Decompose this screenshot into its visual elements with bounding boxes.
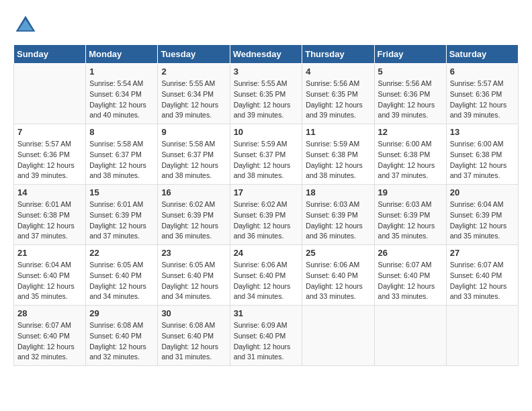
- day-number: 13: [450, 127, 515, 137]
- day-number: 26: [378, 248, 443, 258]
- calendar-week-1: 1 Sunrise: 5:54 AMSunset: 6:34 PMDayligh…: [14, 64, 519, 124]
- day-info: Sunrise: 6:07 AMSunset: 6:40 PMDaylight:…: [17, 321, 75, 361]
- calendar-week-2: 7 Sunrise: 5:57 AMSunset: 6:36 PMDayligh…: [14, 124, 519, 185]
- day-info: Sunrise: 6:04 AMSunset: 6:39 PMDaylight:…: [450, 200, 507, 240]
- calendar-cell: 9 Sunrise: 5:58 AMSunset: 6:37 PMDayligh…: [158, 124, 230, 185]
- day-info: Sunrise: 5:54 AMSunset: 6:34 PMDaylight:…: [89, 79, 146, 119]
- calendar-cell: 8 Sunrise: 5:58 AMSunset: 6:37 PMDayligh…: [86, 124, 158, 185]
- page-header: [13, 13, 519, 38]
- day-info: Sunrise: 6:07 AMSunset: 6:40 PMDaylight:…: [378, 261, 435, 300]
- day-info: Sunrise: 6:00 AMSunset: 6:38 PMDaylight:…: [450, 140, 507, 179]
- day-number: 4: [306, 66, 370, 77]
- day-number: 3: [234, 66, 299, 77]
- weekday-header-wednesday: Wednesday: [230, 45, 302, 64]
- day-number: 1: [89, 66, 154, 77]
- calendar-cell: 28 Sunrise: 6:07 AMSunset: 6:40 PMDaylig…: [14, 306, 86, 366]
- calendar-cell: 23 Sunrise: 6:05 AMSunset: 6:40 PMDaylig…: [158, 245, 230, 306]
- day-info: Sunrise: 5:57 AMSunset: 6:36 PMDaylight:…: [450, 79, 507, 119]
- day-info: Sunrise: 5:58 AMSunset: 6:37 PMDaylight:…: [161, 140, 218, 179]
- weekday-header-row: SundayMondayTuesdayWednesdayThursdayFrid…: [14, 45, 519, 64]
- day-number: 30: [161, 308, 226, 318]
- calendar-cell: 12 Sunrise: 6:00 AMSunset: 6:38 PMDaylig…: [374, 124, 446, 185]
- day-number: 22: [89, 248, 154, 258]
- weekday-header-friday: Friday: [374, 45, 446, 64]
- day-number: 23: [161, 248, 226, 258]
- day-number: 14: [17, 187, 82, 197]
- calendar-cell: 6 Sunrise: 5:57 AMSunset: 6:36 PMDayligh…: [446, 64, 518, 124]
- calendar-cell: 14 Sunrise: 6:01 AMSunset: 6:38 PMDaylig…: [14, 185, 86, 245]
- day-number: 10: [234, 127, 299, 137]
- calendar-body: 1 Sunrise: 5:54 AMSunset: 6:34 PMDayligh…: [14, 64, 519, 366]
- calendar-cell: 22 Sunrise: 6:05 AMSunset: 6:40 PMDaylig…: [86, 245, 158, 306]
- day-number: 9: [161, 127, 226, 137]
- calendar-cell: 27 Sunrise: 6:07 AMSunset: 6:40 PMDaylig…: [446, 245, 518, 306]
- day-number: 11: [306, 127, 370, 137]
- day-number: 27: [450, 248, 515, 258]
- calendar-cell: 31 Sunrise: 6:09 AMSunset: 6:40 PMDaylig…: [230, 306, 302, 366]
- calendar-cell: [302, 306, 374, 366]
- day-number: 25: [306, 248, 370, 258]
- calendar-cell: 15 Sunrise: 6:01 AMSunset: 6:39 PMDaylig…: [86, 185, 158, 245]
- calendar-cell: 25 Sunrise: 6:06 AMSunset: 6:40 PMDaylig…: [302, 245, 374, 306]
- weekday-header-sunday: Sunday: [14, 45, 86, 64]
- day-info: Sunrise: 5:57 AMSunset: 6:36 PMDaylight:…: [17, 140, 75, 179]
- calendar-cell: 24 Sunrise: 6:06 AMSunset: 6:40 PMDaylig…: [230, 245, 302, 306]
- day-info: Sunrise: 6:07 AMSunset: 6:40 PMDaylight:…: [450, 261, 507, 300]
- day-info: Sunrise: 6:08 AMSunset: 6:40 PMDaylight:…: [89, 321, 146, 361]
- day-info: Sunrise: 5:59 AMSunset: 6:37 PMDaylight:…: [234, 140, 291, 179]
- calendar-cell: 18 Sunrise: 6:03 AMSunset: 6:39 PMDaylig…: [302, 185, 374, 245]
- day-info: Sunrise: 6:09 AMSunset: 6:40 PMDaylight:…: [234, 321, 291, 361]
- day-info: Sunrise: 5:56 AMSunset: 6:35 PMDaylight:…: [306, 79, 363, 119]
- day-info: Sunrise: 6:04 AMSunset: 6:40 PMDaylight:…: [17, 261, 75, 300]
- calendar-cell: 3 Sunrise: 5:55 AMSunset: 6:35 PMDayligh…: [230, 64, 302, 124]
- day-number: 21: [17, 248, 82, 258]
- day-number: 8: [89, 127, 154, 137]
- calendar-cell: 13 Sunrise: 6:00 AMSunset: 6:38 PMDaylig…: [446, 124, 518, 185]
- calendar-cell: 10 Sunrise: 5:59 AMSunset: 6:37 PMDaylig…: [230, 124, 302, 185]
- day-number: 17: [234, 187, 299, 197]
- calendar-cell: 11 Sunrise: 5:59 AMSunset: 6:38 PMDaylig…: [302, 124, 374, 185]
- weekday-header-monday: Monday: [86, 45, 158, 64]
- calendar-week-5: 28 Sunrise: 6:07 AMSunset: 6:40 PMDaylig…: [14, 306, 519, 366]
- day-number: 29: [89, 308, 154, 318]
- logo: [13, 13, 40, 38]
- day-number: 7: [17, 127, 82, 137]
- calendar-cell: 1 Sunrise: 5:54 AMSunset: 6:34 PMDayligh…: [86, 64, 158, 124]
- calendar-cell: 5 Sunrise: 5:56 AMSunset: 6:36 PMDayligh…: [374, 64, 446, 124]
- day-number: 12: [378, 127, 443, 137]
- weekday-header-saturday: Saturday: [446, 45, 518, 64]
- day-number: 31: [234, 308, 299, 318]
- calendar-cell: 4 Sunrise: 5:56 AMSunset: 6:35 PMDayligh…: [302, 64, 374, 124]
- day-info: Sunrise: 6:01 AMSunset: 6:38 PMDaylight:…: [17, 200, 75, 240]
- day-number: 24: [234, 248, 299, 258]
- day-number: 18: [306, 187, 370, 197]
- day-number: 15: [89, 187, 154, 197]
- day-info: Sunrise: 6:05 AMSunset: 6:40 PMDaylight:…: [89, 261, 146, 300]
- day-number: 16: [161, 187, 226, 197]
- calendar-cell: 7 Sunrise: 5:57 AMSunset: 6:36 PMDayligh…: [14, 124, 86, 185]
- calendar-cell: 26 Sunrise: 6:07 AMSunset: 6:40 PMDaylig…: [374, 245, 446, 306]
- day-info: Sunrise: 6:06 AMSunset: 6:40 PMDaylight:…: [234, 261, 291, 300]
- day-number: 28: [17, 308, 82, 318]
- day-info: Sunrise: 5:55 AMSunset: 6:35 PMDaylight:…: [234, 79, 291, 119]
- calendar-table: SundayMondayTuesdayWednesdayThursdayFrid…: [13, 44, 519, 366]
- calendar-cell: 2 Sunrise: 5:55 AMSunset: 6:34 PMDayligh…: [158, 64, 230, 124]
- calendar-cell: 21 Sunrise: 6:04 AMSunset: 6:40 PMDaylig…: [14, 245, 86, 306]
- day-info: Sunrise: 6:02 AMSunset: 6:39 PMDaylight:…: [234, 200, 291, 240]
- day-info: Sunrise: 6:02 AMSunset: 6:39 PMDaylight:…: [161, 200, 218, 240]
- day-info: Sunrise: 6:01 AMSunset: 6:39 PMDaylight:…: [89, 200, 146, 240]
- day-number: 2: [161, 66, 226, 77]
- day-info: Sunrise: 5:58 AMSunset: 6:37 PMDaylight:…: [89, 140, 146, 179]
- calendar-cell: [446, 306, 518, 366]
- day-number: 19: [378, 187, 443, 197]
- calendar-cell: [374, 306, 446, 366]
- weekday-header-tuesday: Tuesday: [158, 45, 230, 64]
- day-info: Sunrise: 6:03 AMSunset: 6:39 PMDaylight:…: [306, 200, 363, 240]
- calendar-cell: 20 Sunrise: 6:04 AMSunset: 6:39 PMDaylig…: [446, 185, 518, 245]
- day-number: 20: [450, 187, 515, 197]
- day-info: Sunrise: 6:03 AMSunset: 6:39 PMDaylight:…: [378, 200, 435, 240]
- calendar-cell: 30 Sunrise: 6:08 AMSunset: 6:40 PMDaylig…: [158, 306, 230, 366]
- calendar-cell: [14, 64, 86, 124]
- weekday-header-thursday: Thursday: [302, 45, 374, 64]
- day-info: Sunrise: 6:06 AMSunset: 6:40 PMDaylight:…: [306, 261, 363, 300]
